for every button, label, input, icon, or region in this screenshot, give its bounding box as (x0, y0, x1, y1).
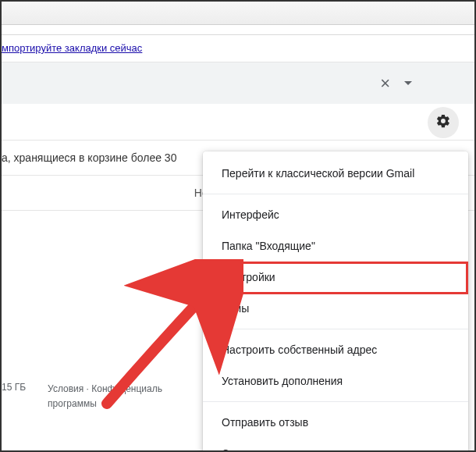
menu-item-own-address[interactable]: Настроить собственный адрес (203, 334, 468, 365)
storage-text: 15 ГБ (2, 382, 26, 393)
footer-links: Условия · Конфиденциаль программы (48, 382, 162, 411)
footer-terms-link[interactable]: Условия (48, 383, 83, 394)
footer-programs-text: программы (48, 398, 97, 409)
import-bookmarks-link[interactable]: мпортируйте закладки сейчас (2, 42, 142, 54)
menu-item-settings[interactable]: Настройки (203, 262, 468, 293)
menu-item-feedback[interactable]: Отправить отзыв (203, 407, 468, 438)
close-icon[interactable]: × (380, 75, 390, 92)
menu-item-interface[interactable]: Интерфейс (203, 199, 468, 230)
menu-divider (203, 401, 468, 402)
chevron-down-icon[interactable] (404, 81, 412, 85)
menu-item-themes[interactable]: Темы (203, 293, 468, 324)
menu-item-addons[interactable]: Установить дополнения (203, 365, 468, 397)
menu-divider (203, 329, 468, 329)
footer-privacy-text: Конфиденциаль (91, 383, 162, 394)
search-bar: × (2, 62, 474, 105)
bookmarks-bar: мпортируйте закладки сейчас (2, 35, 474, 62)
menu-item-inbox[interactable]: Папка "Входящие" (203, 230, 468, 262)
footer: 15 ГБ Условия · Конфиденциаль программы (2, 382, 220, 411)
menu-item-classic-gmail[interactable]: Перейти к классической версии Gmail (203, 158, 468, 189)
footer-dot: · (83, 383, 91, 394)
trash-notice-text: а, хранящиеся в корзине более 30 (2, 151, 176, 164)
browser-tab-strip (2, 25, 474, 35)
settings-gear-button[interactable] (428, 107, 459, 138)
gear-icon (435, 113, 451, 131)
browser-chrome-bar (2, 2, 474, 25)
menu-item-help[interactable]: Справка (203, 438, 468, 452)
settings-dropdown-menu: Перейти к классической версии Gmail Инте… (203, 151, 468, 452)
toolbar-row (2, 105, 474, 141)
menu-divider (203, 194, 468, 194)
